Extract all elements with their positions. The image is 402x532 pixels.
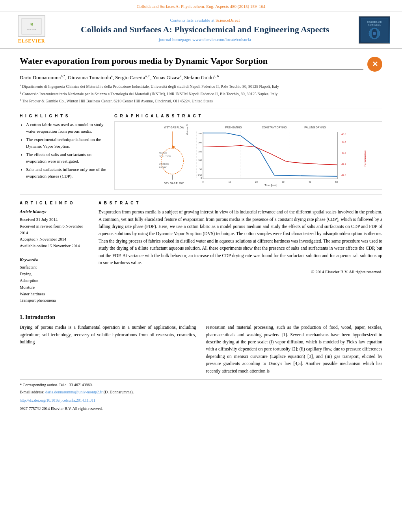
article-title-row: Water evaporation from porous media by D… xyxy=(20,56,382,74)
svg-text:🌿: 🌿 xyxy=(30,23,34,26)
affil-sup-b: b xyxy=(20,91,21,95)
svg-text:SOLUTION: SOLUTION xyxy=(159,155,171,158)
svg-text:-39.8: -39.8 xyxy=(341,174,346,176)
top-bar: Colloids and Surfaces A: Physicochem. En… xyxy=(0,0,402,11)
keyword-1: Drying xyxy=(20,271,91,278)
svg-text:10: 10 xyxy=(229,181,231,183)
doi-area: http://dx.doi.org/10.1016/j.colsurfa.201… xyxy=(20,397,382,403)
svg-text:CONSTANT DRYING: CONSTANT DRYING xyxy=(262,126,287,129)
journal-cover-image: COLLOIDS AND SURFACES A xyxy=(359,16,390,44)
keyword-3: Moisture xyxy=(20,284,91,291)
affil-a: a Dipartimento di Ingegneria Chimica dei… xyxy=(20,83,382,89)
svg-text:WET GAS FLOW: WET GAS FLOW xyxy=(164,126,184,129)
svg-text:SURFACES A: SURFACES A xyxy=(368,24,381,26)
svg-text:30: 30 xyxy=(282,181,284,183)
intro-text-col2: restoration and material processing, suc… xyxy=(206,324,383,374)
email-label: E-mail address: xyxy=(20,390,44,394)
elsevier-brand-text: ELSEVIER xyxy=(18,38,45,44)
svg-text:50: 50 xyxy=(199,168,202,171)
homepage-label: journal homepage: xyxy=(159,37,191,42)
highlight-item-1: A cotton fabric was used as a model to s… xyxy=(26,121,106,134)
footnote-area: * Corresponding author. Tel.: +33 467143… xyxy=(20,379,382,412)
contents-label: Contents lists available at xyxy=(170,18,214,22)
highlight-item-2: The experimental technique is based on t… xyxy=(26,136,106,149)
svg-text:150: 150 xyxy=(198,150,202,153)
footnote-corresponding-text: * Corresponding author. Tel.: +33 467143… xyxy=(20,383,93,387)
highlights-list: A cotton fabric was used as a model to s… xyxy=(20,121,106,179)
intro-section-num: 1. xyxy=(20,314,24,320)
author-sup-star: * xyxy=(63,74,65,78)
svg-text:-40.8: -40.8 xyxy=(341,133,346,136)
graphical-abstract-col: G R A P H I C A L A B S T R A C T WET GA… xyxy=(114,114,382,190)
svg-text:-39.7: -39.7 xyxy=(341,163,346,165)
journal-header: 🌿 ELSEVIER ELSEVIER Contents lists avail… xyxy=(0,11,402,49)
svg-text:50: 50 xyxy=(335,181,338,183)
highlight-item-3: The effects of salts and surfactants on … xyxy=(26,151,106,164)
keywords-label: Keywords: xyxy=(20,256,91,263)
email-link[interactable]: daria.donnarumma@univ-montp2.fr xyxy=(45,390,102,394)
affil-a-text: Dipartimento di Ingegneria Chimica dei M… xyxy=(22,85,279,89)
svg-text:PREHEATING: PREHEATING xyxy=(225,126,242,129)
chart-svg: WET GAS FLOW PREHEATING CONSTANT DRYING … xyxy=(117,124,380,187)
svg-point-9 xyxy=(373,32,376,35)
svg-text:COTTON: COTTON xyxy=(159,163,169,165)
chart-container: WET GAS FLOW PREHEATING CONSTANT DRYING … xyxy=(117,124,380,187)
svg-text:WATER: WATER xyxy=(159,152,167,154)
abstract-heading: A B S T R A C T xyxy=(99,201,382,205)
contents-available: Contents lists available at ScienceDirec… xyxy=(51,18,359,22)
svg-text:0: 0 xyxy=(201,177,202,180)
author-guido: Stefano Guido xyxy=(184,74,214,80)
graphical-abstract-heading: G R A P H I C A L A B S T R A C T xyxy=(114,114,382,118)
svg-text:DRY GAS FLOW: DRY GAS FLOW xyxy=(164,182,184,185)
keyword-0: Surfactant xyxy=(20,264,91,271)
crossmark-icon[interactable]: ✕ xyxy=(367,57,382,72)
available-date: Available online 15 November 2014 xyxy=(20,243,91,250)
svg-text:COLLOIDS AND: COLLOIDS AND xyxy=(367,21,382,23)
author-sup-ab: a, b xyxy=(145,74,150,78)
highlights-heading: H I G H L I G H T S xyxy=(20,114,106,118)
svg-text:20: 20 xyxy=(255,181,258,183)
graphical-abstract-box: WET GAS FLOW PREHEATING CONSTANT DRYING … xyxy=(114,121,382,190)
article-info-heading: A R T I C L E I N F O xyxy=(20,201,91,205)
highlights-col: H I G H L I G H T S A cotton fabric was … xyxy=(20,114,106,190)
issn-line: 0927-7757/© 2014 Elsevier B.V. All right… xyxy=(20,406,382,412)
footnote-corresponding: * Corresponding author. Tel.: +33 467143… xyxy=(20,382,382,388)
issn-text: 0927-7757/© 2014 Elsevier B.V. All right… xyxy=(20,406,102,411)
svg-text:-39.8: -39.8 xyxy=(341,141,346,143)
homepage-url[interactable]: www.elsevier.com/locate/colsurfa xyxy=(192,37,251,42)
author-sup-a1: a xyxy=(111,74,113,78)
intro-section-title: 1. Introduction xyxy=(20,314,382,321)
svg-text:0: 0 xyxy=(203,181,204,183)
svg-rect-0 xyxy=(22,19,41,34)
page: Colloids and Surfaces A: Physicochem. En… xyxy=(0,0,402,415)
svg-text:250: 250 xyxy=(198,133,202,135)
svg-text:FALLING DRYING: FALLING DRYING xyxy=(304,126,326,129)
affil-sup-c: c xyxy=(20,98,21,102)
copyright-line: © 2014 Elsevier B.V. All rights reserved… xyxy=(99,269,382,274)
email-suffix: (D. Donnarumma). xyxy=(104,390,134,394)
svg-text:-39.7: -39.7 xyxy=(341,152,346,154)
highlight-item-4: Salts and surfactants influence only one… xyxy=(26,166,106,179)
svg-text:Temperature [°C]: Temperature [°C] xyxy=(364,150,367,167)
author-donnarumma: Dario Donnarumma xyxy=(20,74,61,80)
article-content: Water evaporation from porous media by D… xyxy=(0,49,402,415)
authors-line: Dario Donnarummab,*, Giovanna Tomaiuoloa… xyxy=(20,74,382,81)
keywords-list: Surfactant Drying Adsorption Moisture Wa… xyxy=(20,264,91,304)
article-history-label: Article history: xyxy=(20,208,91,215)
intro-text-col1: Drying of porous media is a fundamental … xyxy=(20,324,196,345)
doi-link[interactable]: http://dx.doi.org/10.1016/j.colsurfa.201… xyxy=(20,398,95,402)
author-sup-ab2: a, b xyxy=(214,74,219,78)
elsevier-logo-block: 🌿 ELSEVIER ELSEVIER xyxy=(12,15,51,44)
svg-text:100: 100 xyxy=(198,159,202,161)
intro-two-col: Drying of porous media is a fundamental … xyxy=(20,324,382,374)
intro-col-1: Drying of porous media is a fundamental … xyxy=(20,324,196,374)
sciencedirect-link[interactable]: ScienceDirect xyxy=(216,18,240,22)
svg-text:Time [min]: Time [min] xyxy=(264,184,277,187)
keyword-2: Adsorption xyxy=(20,278,91,284)
intro-section-label: Introduction xyxy=(25,314,55,320)
abstract-col: A B S T R A C T Evaporation from porous … xyxy=(99,201,382,304)
intro-col-2: restoration and material processing, suc… xyxy=(206,324,383,374)
author-caserta: Sergio Caserta xyxy=(115,74,145,80)
journal-citation-link[interactable]: Colloids and Surfaces A: Physicochem. En… xyxy=(137,4,266,9)
info-divider-1 xyxy=(20,253,91,253)
